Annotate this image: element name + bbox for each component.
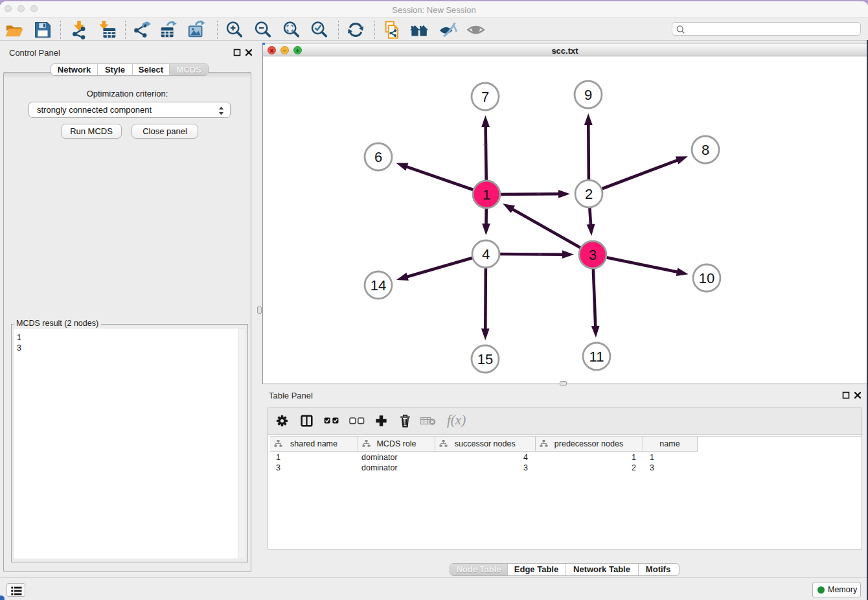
svg-text:2: 2	[585, 186, 593, 202]
svg-text:8: 8	[702, 142, 709, 158]
svg-text:14: 14	[371, 277, 386, 294]
svg-text:3: 3	[589, 247, 597, 263]
svg-text:11: 11	[589, 349, 604, 365]
svg-text:4: 4	[482, 246, 490, 262]
svg-text:7: 7	[481, 89, 489, 105]
svg-text:10: 10	[699, 270, 714, 286]
svg-text:1: 1	[483, 187, 490, 203]
svg-text:9: 9	[584, 87, 592, 103]
svg-text:6: 6	[374, 149, 382, 165]
svg-text:15: 15	[477, 351, 493, 367]
